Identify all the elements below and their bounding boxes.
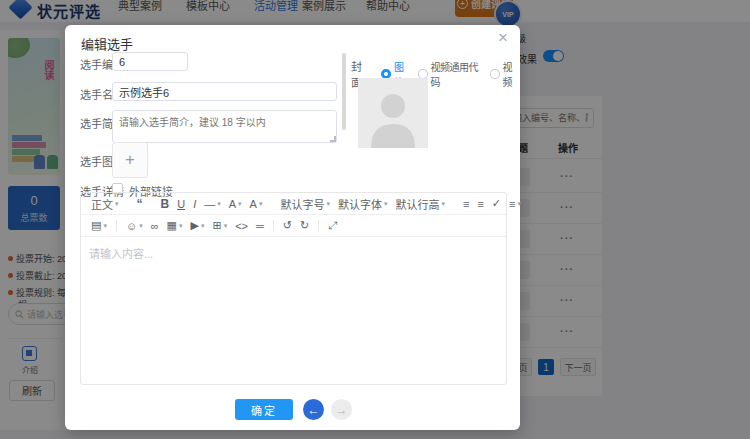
blockquote-button[interactable]: “: [137, 197, 143, 211]
insert-image-dropdown[interactable]: ▦▾: [167, 219, 183, 232]
close-icon[interactable]: ×: [493, 28, 513, 48]
insert-video-dropdown[interactable]: ▶▾: [190, 219, 204, 232]
chevron-down-icon: ▾: [259, 200, 263, 208]
align-dropdown[interactable]: ≡▾: [509, 198, 521, 210]
indent-dropdown[interactable]: ▤▾: [91, 219, 107, 232]
font-size-dropdown[interactable]: 默认字号▾: [280, 196, 330, 212]
arrow-right-icon: →: [336, 403, 348, 417]
previous-contestant-button[interactable]: ←: [303, 399, 324, 420]
italic-button[interactable]: I: [193, 198, 196, 210]
font-color-dropdown[interactable]: A▾: [229, 198, 242, 210]
chevron-down-icon: ▾: [238, 200, 242, 208]
toolbar-separator: [116, 220, 117, 232]
radio-icon: [490, 69, 499, 79]
insert-table-dropdown[interactable]: ⊞▾: [212, 219, 227, 232]
undo-button[interactable]: ↺: [283, 219, 292, 232]
underline-button[interactable]: U: [177, 198, 185, 210]
bullet-list-button[interactable]: ≡: [463, 198, 469, 210]
paragraph-style-dropdown[interactable]: 正文▾: [91, 196, 119, 212]
form-scrollbar[interactable]: [342, 53, 346, 130]
divider-button[interactable]: ═: [256, 220, 264, 232]
chevron-down-icon: ▾: [115, 200, 119, 208]
font-family-dropdown[interactable]: 默认字体▾: [338, 196, 388, 212]
chevron-down-icon: ▾: [217, 200, 221, 208]
chevron-down-icon: ▾: [201, 222, 205, 230]
editor-content-area[interactable]: 请输入内容...: [81, 237, 506, 385]
toolbar-separator: [273, 220, 274, 232]
confirm-button[interactable]: 确定: [235, 399, 293, 420]
contestant-intro-textarea[interactable]: [112, 110, 337, 143]
link-button[interactable]: ∞: [151, 220, 159, 232]
chevron-down-icon: ▾: [384, 200, 388, 208]
rich-text-editor: 正文▾ “ B U I —▾ A▾ A▾ 默认字号▾ 默认字体▾ 默认行高▾ ≡…: [80, 192, 507, 385]
fullscreen-button[interactable]: ⤢: [328, 219, 337, 232]
cover-option-video[interactable]: 视频: [490, 59, 520, 89]
chevron-down-icon: ▾: [441, 200, 445, 208]
edit-contestant-modal: 编辑选手 × 选手编号 选手名称 选手简介 选手图片 + 选手详情 外部链接 封…: [65, 25, 520, 430]
chevron-down-icon: ▾: [517, 200, 521, 208]
arrow-left-icon: ←: [308, 403, 320, 417]
editor-placeholder: 请输入内容...: [89, 248, 153, 260]
contestant-name-input[interactable]: [112, 82, 337, 101]
chevron-down-icon: ▾: [179, 222, 183, 230]
highlight-color-dropdown[interactable]: A▾: [250, 198, 263, 210]
chevron-down-icon: ▾: [103, 222, 107, 230]
chevron-down-icon: ▾: [326, 200, 330, 208]
person-silhouette-icon: [358, 78, 428, 148]
ordered-list-button[interactable]: ≡: [477, 198, 483, 210]
emoji-dropdown[interactable]: ☺▾: [126, 220, 143, 232]
bold-button[interactable]: B: [161, 197, 170, 211]
chevron-down-icon: ▾: [224, 222, 228, 230]
next-contestant-button[interactable]: →: [331, 399, 352, 420]
app-root: 状元评选 典型案例 模板中心 活动管理 案例展示 帮助中心 + 创建评选 VIP…: [0, 0, 750, 439]
contestant-number-input[interactable]: [112, 52, 188, 71]
modal-title: 编辑选手: [81, 34, 133, 53]
chevron-down-icon: ▾: [139, 222, 143, 230]
upload-image-button[interactable]: +: [112, 142, 148, 178]
code-button[interactable]: <>: [235, 220, 248, 232]
editor-toolbar-row2: ▤▾ ☺▾ ∞ ▦▾ ▶▾ ⊞▾ <> ═ ↺ ↻ ⤢: [81, 215, 506, 237]
redo-button[interactable]: ↻: [300, 219, 309, 232]
editor-toolbar-row1: 正文▾ “ B U I —▾ A▾ A▾ 默认字号▾ 默认字体▾ 默认行高▾ ≡…: [81, 193, 506, 215]
toolbar-separator: [318, 220, 319, 232]
strikethrough-dropdown[interactable]: —▾: [204, 198, 221, 210]
cover-avatar-placeholder: [358, 78, 428, 148]
todo-list-button[interactable]: ✓: [492, 197, 501, 210]
line-height-dropdown[interactable]: 默认行高▾: [395, 196, 445, 212]
